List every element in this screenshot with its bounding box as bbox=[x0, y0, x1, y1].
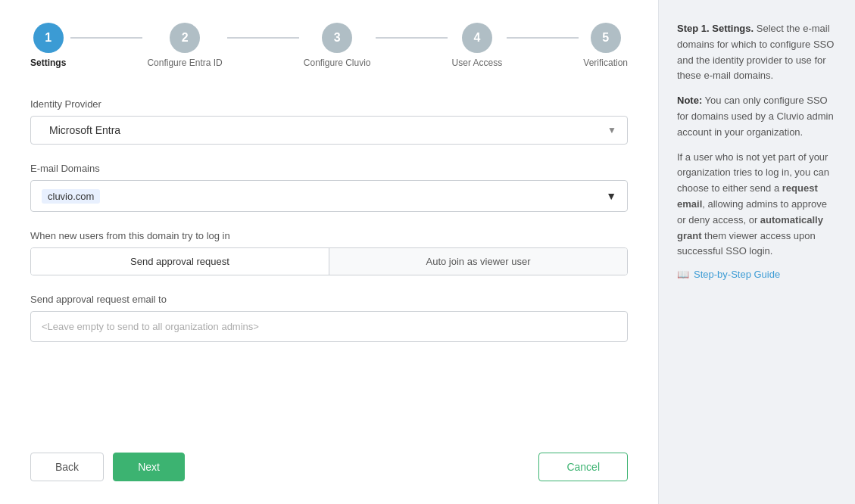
sidebar-auto-grant: automatically grant bbox=[677, 214, 823, 241]
step-connector-1 bbox=[70, 37, 142, 39]
identity-provider-display[interactable]: Microsoft Entra bbox=[31, 117, 627, 144]
email-domains-select[interactable]: cluvio.com ▼ bbox=[30, 180, 628, 212]
form-section: Identity Provider Microsoft Entra bbox=[30, 98, 628, 415]
footer-left: Back Next bbox=[30, 453, 185, 481]
step-2-label: Configure Entra ID bbox=[147, 58, 222, 68]
approval-email-field: Send approval request email to <Leave em… bbox=[30, 294, 628, 342]
auto-join-button[interactable]: Auto join as viewer user bbox=[329, 248, 627, 275]
new-users-field: When new users from this domain try to l… bbox=[30, 230, 628, 275]
step-by-step-guide-link[interactable]: 📖 Step-by-Step Guide bbox=[677, 269, 837, 280]
back-button[interactable]: Back bbox=[30, 453, 104, 481]
email-domain-tag: cluvio.com bbox=[42, 189, 100, 204]
identity-provider-select-wrapper[interactable]: Microsoft Entra ▼ bbox=[30, 116, 628, 145]
identity-provider-value: Microsoft Entra bbox=[49, 124, 120, 136]
step-1: 1 Settings bbox=[30, 23, 66, 68]
step-5: 5 Verification bbox=[583, 23, 628, 68]
stepper: 1 Settings 2 Configure Entra ID 3 Config… bbox=[30, 23, 628, 68]
step-3-label: Configure Cluvio bbox=[304, 58, 371, 68]
approval-email-input[interactable]: <Leave empty to send to all organization… bbox=[30, 311, 628, 342]
step-5-label: Verification bbox=[583, 58, 628, 68]
book-icon: 📖 bbox=[677, 269, 689, 280]
cancel-button[interactable]: Cancel bbox=[538, 453, 628, 481]
guide-label: Step-by-Step Guide bbox=[694, 269, 780, 280]
send-approval-button[interactable]: Send approval request bbox=[31, 248, 329, 275]
new-users-toggle-group: Send approval request Auto join as viewe… bbox=[30, 247, 628, 275]
step-5-circle: 5 bbox=[591, 23, 621, 53]
identity-provider-label: Identity Provider bbox=[30, 98, 628, 110]
step-4-circle: 4 bbox=[462, 23, 492, 53]
step-4-label: User Access bbox=[452, 58, 503, 68]
new-users-label: When new users from this domain try to l… bbox=[30, 230, 628, 241]
email-domains-field: E-mail Domains cluvio.com ▼ bbox=[30, 163, 628, 212]
next-button[interactable]: Next bbox=[113, 453, 185, 481]
step-connector-4 bbox=[507, 37, 579, 39]
step-2-circle: 2 bbox=[170, 23, 200, 53]
identity-provider-field: Identity Provider Microsoft Entra bbox=[30, 98, 628, 145]
sidebar-note: Note: You can only configure SSO for dom… bbox=[677, 93, 837, 140]
step-1-circle: 1 bbox=[33, 23, 64, 53]
step-1-label: Settings bbox=[30, 58, 66, 68]
email-domains-chevron-icon: ▼ bbox=[606, 190, 616, 202]
sidebar-request-email: request email bbox=[677, 182, 818, 210]
sidebar-step-title: Step 1. Settings. bbox=[677, 23, 754, 34]
step-3: 3 Configure Cluvio bbox=[304, 23, 371, 68]
step-3-circle: 3 bbox=[322, 23, 352, 53]
step-4: 4 User Access bbox=[452, 23, 503, 68]
sidebar-info: If a user who is not yet part of your or… bbox=[677, 150, 837, 260]
step-connector-3 bbox=[376, 37, 448, 39]
sidebar: Step 1. Settings. Select the e-mail doma… bbox=[658, 0, 855, 504]
sidebar-step-intro: Step 1. Settings. Select the e-mail doma… bbox=[677, 21, 837, 84]
footer: Back Next Cancel bbox=[30, 437, 628, 481]
approval-email-label: Send approval request email to bbox=[30, 294, 628, 305]
main-panel: 1 Settings 2 Configure Entra ID 3 Config… bbox=[0, 0, 658, 504]
step-connector-2 bbox=[227, 37, 299, 39]
email-domains-label: E-mail Domains bbox=[30, 163, 628, 174]
step-2: 2 Configure Entra ID bbox=[147, 23, 222, 68]
sidebar-note-label: Note: bbox=[677, 95, 702, 106]
